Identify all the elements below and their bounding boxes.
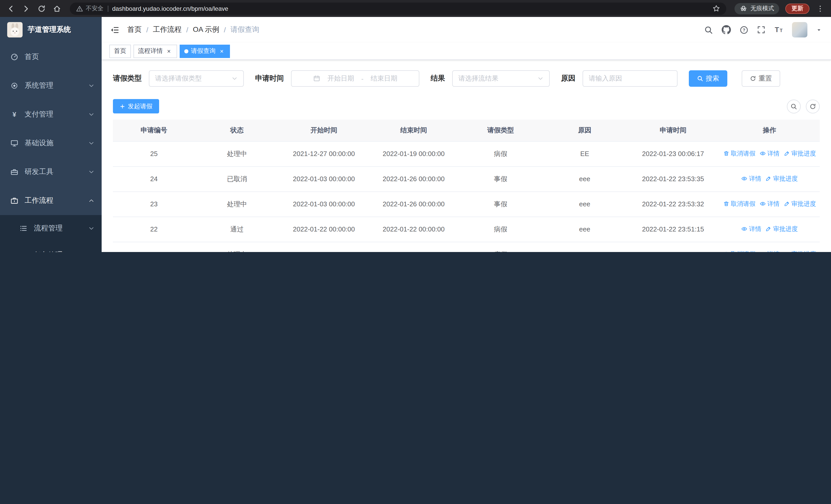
trash-icon: [723, 251, 729, 252]
reload-button[interactable]: [37, 4, 46, 13]
sidebar-item-label: 系统管理: [25, 81, 88, 90]
bookmark-star-icon[interactable]: [712, 5, 720, 12]
sidebar-item[interactable]: 基础设施: [0, 129, 102, 157]
approval-progress-link[interactable]: 审批进度: [765, 225, 798, 234]
header-search-icon[interactable]: [704, 25, 713, 34]
approval-progress-link[interactable]: 审批进度: [783, 149, 816, 158]
detail-link[interactable]: 详情: [760, 200, 779, 208]
cell-status: 已取消: [195, 166, 279, 191]
detail-link[interactable]: 详情: [741, 175, 761, 183]
edit-icon: [783, 201, 790, 207]
refresh-table-button[interactable]: [806, 99, 820, 113]
user-avatar[interactable]: [792, 22, 807, 37]
detail-link[interactable]: 详情: [741, 225, 761, 234]
sidebar-item[interactable]: 首页: [0, 42, 102, 71]
bookmark-star-icon: [712, 5, 720, 12]
cell-actions: 详情审批进度: [719, 216, 820, 242]
warning-icon: [76, 5, 83, 12]
column-header: 请假类型: [459, 120, 543, 141]
sidebar-menu: 首页系统管理¥支付管理基础设施研发工具工作流程流程管理任务管理我的流程待办任务已…: [0, 42, 102, 252]
date-range-picker[interactable]: 开始日期 - 结束日期: [291, 70, 419, 87]
sidebar-item[interactable]: ¥支付管理: [0, 100, 102, 129]
sidebar-item[interactable]: 工作流程: [0, 186, 102, 215]
sidebar-collapse-button[interactable]: [102, 17, 127, 42]
search-icon: [704, 25, 713, 34]
cell-actions: 取消请假详情审批进度: [719, 191, 820, 216]
breadcrumb-item[interactable]: 首页: [127, 25, 142, 34]
sidebar-item-label: 流程管理: [34, 224, 88, 233]
approval-progress-link[interactable]: 审批进度: [783, 200, 816, 208]
help-icon: ?: [740, 25, 748, 34]
sidebar-item[interactable]: 系统管理: [0, 71, 102, 100]
breadcrumb-item[interactable]: 工作流程: [153, 25, 182, 34]
app-logo[interactable]: 芋道管理系统: [0, 17, 102, 42]
detail-link[interactable]: 详情: [760, 250, 779, 252]
back-button[interactable]: [6, 4, 16, 13]
sidebar: 芋道管理系统 首页系统管理¥支付管理基础设施研发工具工作流程流程管理任务管理我的…: [0, 17, 102, 252]
table-row: 22通过2022-01-22 00:00:002022-01-22 00:00:…: [113, 216, 820, 242]
result-select[interactable]: 请选择流结果: [452, 70, 550, 87]
logo-image: [7, 22, 23, 37]
refresh-icon: [750, 76, 756, 82]
search-button[interactable]: 搜索: [689, 70, 727, 87]
incognito-label: 无痕模式: [750, 5, 774, 12]
svg-text:¥: ¥: [12, 111, 17, 118]
browser-menu-icon[interactable]: [815, 4, 825, 13]
cancel-leave-link[interactable]: 取消请假: [723, 149, 755, 158]
detail-link[interactable]: 详情: [760, 149, 779, 158]
chevron-down-icon: [88, 198, 94, 204]
sidebar-item-label: 首页: [25, 52, 94, 62]
sidebar-item[interactable]: 流程管理: [0, 215, 102, 242]
create-leave-button[interactable]: 发起请假: [113, 99, 159, 113]
cell-end: 2022-01-26 00:00:00: [369, 166, 459, 191]
cell-type: 事假: [459, 191, 543, 216]
cell-status: 处理中: [195, 141, 279, 166]
browser-update-button[interactable]: 更新: [785, 3, 809, 13]
home-button[interactable]: [52, 4, 62, 13]
reset-button[interactable]: 重置: [742, 70, 780, 87]
leave-type-select[interactable]: 请选择请假类型: [149, 70, 244, 87]
approval-progress-link[interactable]: 审批进度: [783, 250, 816, 252]
cell-end: 2022-01-23 00:00:00: [369, 242, 459, 252]
cancel-leave-link[interactable]: 取消请假: [723, 200, 755, 208]
column-header: 申请时间: [627, 120, 719, 141]
tag-tab[interactable]: 首页: [109, 45, 131, 58]
help-icon[interactable]: ?: [740, 25, 748, 34]
home-icon: [53, 4, 61, 12]
incognito-icon: [740, 5, 747, 12]
tag-close-icon[interactable]: ×: [165, 48, 172, 55]
calendar-icon: [313, 75, 320, 82]
cell-id: 25: [113, 141, 195, 166]
reason-input[interactable]: 请输入原因: [582, 70, 678, 87]
sidebar-item[interactable]: 研发工具: [0, 157, 102, 186]
fullscreen-icon: [757, 26, 765, 34]
sidebar-item-label: 工作流程: [25, 196, 88, 205]
tag-tab[interactable]: 请假查询×: [180, 45, 230, 58]
fullscreen-icon[interactable]: [757, 26, 765, 34]
cell-applied: 2022-01-22 23:49:46: [627, 242, 719, 252]
address-bar[interactable]: 不安全 dashboard.yudao.iocoder.cn/bpm/oa/le…: [70, 2, 726, 14]
forward-button[interactable]: [22, 4, 31, 13]
cell-type: 病假: [459, 242, 543, 252]
sidebar-item[interactable]: 任务管理: [0, 242, 102, 252]
cancel-leave-link[interactable]: 取消请假: [723, 250, 755, 252]
browser-chrome: 不安全 dashboard.yudao.iocoder.cn/bpm/oa/le…: [0, 0, 831, 17]
incognito-badge: 无痕模式: [735, 3, 779, 14]
eye-icon: [760, 251, 766, 252]
breadcrumb-item[interactable]: OA 示例: [193, 25, 220, 34]
toggle-search-button[interactable]: [787, 99, 801, 113]
eye-icon: [741, 226, 747, 232]
column-header: 操作: [719, 120, 820, 141]
tag-tab[interactable]: 流程详情×: [134, 45, 177, 58]
font-size-icon[interactable]: TT: [774, 25, 783, 34]
reason-label: 原因: [561, 74, 575, 83]
tag-close-icon[interactable]: ×: [218, 48, 225, 55]
avatar-caret-icon[interactable]: [816, 27, 822, 33]
yen-icon: ¥: [10, 110, 19, 119]
github-icon[interactable]: [722, 25, 731, 34]
active-dot: [184, 49, 189, 53]
task-icon: [20, 251, 28, 252]
svg-text:T: T: [775, 26, 779, 34]
approval-progress-link[interactable]: 审批进度: [765, 175, 798, 183]
svg-text:T: T: [780, 28, 782, 33]
